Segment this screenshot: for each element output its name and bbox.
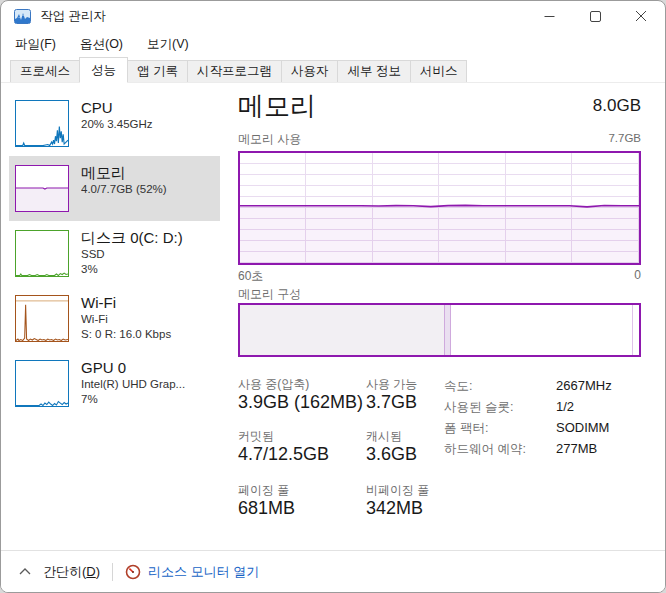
tab-services[interactable]: 서비스 — [410, 60, 468, 82]
sidebar-item-cpu[interactable]: CPU 20% 3.45GHz — [9, 91, 220, 156]
detail-form-factor-value: SODIMM — [556, 420, 609, 435]
stat-in-use-label: 사용 중(압축) — [238, 376, 309, 393]
sidebar-wifi-stats: S: 0 R: 16.0 Kbps — [81, 327, 216, 342]
comp-segment-in-use — [240, 305, 445, 355]
footer-bar: 간단히(D) 리소스 모니터 열기 — [1, 550, 665, 592]
close-button[interactable] — [618, 1, 664, 31]
performance-sidebar: CPU 20% 3.45GHz 메모리 4.0/7.7GB (52%) — [9, 91, 220, 416]
menu-bar: 파일(F) 옵션(O) 보기(V) — [1, 31, 665, 57]
detail-form-factor-label: 폼 팩터: — [444, 420, 488, 437]
memory-total: 8.0GB — [593, 96, 641, 116]
sidebar-gpu-name: Intel(R) UHD Grap... — [81, 377, 216, 392]
wifi-sparkline — [15, 295, 69, 342]
resource-monitor-label: 리소스 모니터 열기 — [148, 563, 259, 581]
memory-usage-graph — [238, 151, 641, 265]
minimize-icon — [544, 11, 555, 22]
memory-composition-bar — [238, 303, 641, 357]
fewer-details-label-end: ) — [96, 564, 100, 579]
sidebar-disk-stats: 3% — [81, 262, 216, 277]
detail-slots-value: 1/2 — [556, 399, 574, 414]
stat-cached-value: 3.6GB — [366, 444, 417, 465]
stat-available-value: 3.7GB — [366, 392, 417, 413]
sidebar-wifi-title: Wi-Fi — [81, 293, 216, 312]
memory-sparkline — [15, 165, 69, 212]
usage-graph-max: 7.7GB — [608, 132, 641, 144]
caption-buttons — [526, 1, 664, 31]
detail-speed-label: 속도: — [444, 378, 472, 395]
panel-title: 메모리 — [238, 89, 316, 124]
tab-app-history[interactable]: 앱 기록 — [127, 60, 188, 82]
task-manager-app-icon — [14, 9, 31, 24]
menu-options[interactable]: 옵션(O) — [80, 36, 123, 53]
detail-slots-label: 사용된 슬롯: — [444, 399, 513, 416]
maximize-button[interactable] — [572, 1, 618, 31]
stat-nonpaged-pool-value: 342MB — [366, 498, 423, 519]
maximize-icon — [590, 11, 601, 22]
memory-detail-pane: 메모리 8.0GB 메모리 사용 7.7GB 60초 0 메모리 구성 사용 중… — [238, 83, 641, 550]
fewer-details-label: 간단히( — [43, 564, 86, 579]
sidebar-cpu-title: CPU — [81, 98, 216, 117]
sidebar-disk-type: SSD — [81, 247, 216, 262]
menu-view[interactable]: 보기(V) — [147, 36, 189, 53]
stat-cached-label: 캐시됨 — [366, 428, 402, 445]
sidebar-gpu-stats: 7% — [81, 392, 216, 407]
task-manager-window: 작업 관리자 파일(F) 옵션(O) 보기(V) 프로세스 성능 앱 기록 시작… — [0, 0, 666, 593]
chevron-up-icon — [19, 568, 31, 575]
stat-committed-label: 커밋됨 — [238, 428, 274, 445]
fewer-details-accesskey: D — [86, 564, 95, 579]
composition-label: 메모리 구성 — [238, 286, 301, 303]
resource-monitor-icon — [125, 564, 141, 580]
stat-nonpaged-pool-label: 비페이징 풀 — [366, 482, 429, 499]
stat-committed-value: 4.7/12.5GB — [238, 444, 329, 465]
stat-paged-pool-label: 페이징 풀 — [238, 482, 289, 499]
tab-startup[interactable]: 시작프로그램 — [187, 60, 282, 82]
sidebar-item-disk[interactable]: 디스크 0(C: D:) SSD 3% — [9, 221, 220, 286]
tab-strip: 프로세스 성능 앱 기록 시작프로그램 사용자 세부 정보 서비스 — [1, 57, 665, 83]
detail-hw-reserved-label: 하드웨어 예약: — [444, 441, 526, 458]
minimize-button[interactable] — [526, 1, 572, 31]
time-axis-right: 0 — [634, 268, 641, 282]
disk-sparkline — [15, 230, 69, 277]
tab-processes[interactable]: 프로세스 — [10, 60, 80, 82]
tab-performance[interactable]: 성능 — [79, 57, 128, 83]
stat-in-use-value: 3.9GB (162MB) — [238, 392, 363, 413]
stat-paged-pool-value: 681MB — [238, 498, 295, 519]
sidebar-item-wifi[interactable]: Wi-Fi Wi-Fi S: 0 R: 16.0 Kbps — [9, 286, 220, 351]
comp-segment-tail — [632, 305, 639, 355]
sidebar-gpu-title: GPU 0 — [81, 358, 216, 377]
gpu-sparkline — [15, 360, 69, 407]
title-bar: 작업 관리자 — [1, 1, 665, 31]
window-title: 작업 관리자 — [40, 8, 106, 25]
sidebar-memory-stats: 4.0/7.7GB (52%) — [81, 182, 216, 197]
footer-divider — [112, 563, 113, 581]
tab-details[interactable]: 세부 정보 — [337, 60, 410, 82]
comp-segment-standby — [451, 305, 632, 355]
detail-hw-reserved-value: 277MB — [556, 441, 597, 456]
sidebar-disk-title: 디스크 0(C: D:) — [81, 228, 216, 247]
sidebar-wifi-name: Wi-Fi — [81, 312, 216, 327]
cpu-sparkline — [15, 100, 69, 147]
detail-speed-value: 2667MHz — [556, 378, 612, 393]
performance-content: CPU 20% 3.45GHz 메모리 4.0/7.7GB (52%) — [1, 83, 665, 550]
sidebar-memory-title: 메모리 — [81, 163, 216, 182]
sidebar-item-gpu[interactable]: GPU 0 Intel(R) UHD Grap... 7% — [9, 351, 220, 416]
memory-usage-plot — [240, 153, 639, 263]
stat-available-label: 사용 가능 — [366, 376, 417, 393]
open-resource-monitor-link[interactable]: 리소스 모니터 열기 — [125, 563, 259, 581]
sidebar-cpu-stats: 20% 3.45GHz — [81, 117, 216, 132]
usage-graph-label: 메모리 사용 — [238, 131, 301, 148]
fewer-details-toggle[interactable]: 간단히(D) — [19, 563, 100, 581]
close-icon — [635, 10, 647, 22]
tab-users[interactable]: 사용자 — [281, 60, 339, 82]
sidebar-item-memory[interactable]: 메모리 4.0/7.7GB (52%) — [9, 156, 220, 221]
menu-file[interactable]: 파일(F) — [15, 36, 56, 53]
time-axis-left: 60초 — [238, 268, 263, 285]
